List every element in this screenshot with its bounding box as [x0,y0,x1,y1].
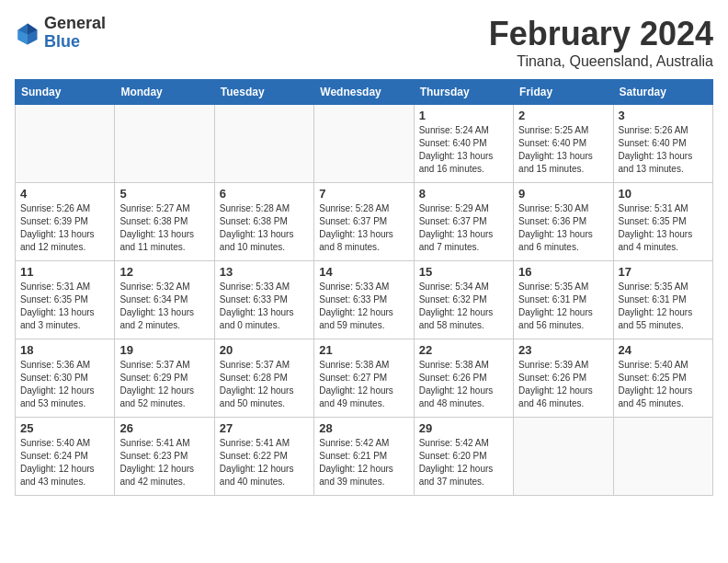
logo-general-text: General [44,14,106,32]
calendar-cell: 28Sunrise: 5:42 AM Sunset: 6:21 PM Dayli… [314,418,414,496]
day-number: 19 [119,343,209,357]
calendar-cell [613,418,712,496]
page-location: Tinana, Queensland, Australia [489,53,713,70]
day-number: 16 [518,265,608,279]
day-number: 25 [20,421,109,435]
calendar-cell [16,105,115,183]
day-info: Sunrise: 5:25 AM Sunset: 6:40 PM Dayligh… [518,124,608,176]
day-number: 18 [20,343,109,357]
day-info: Sunrise: 5:38 AM Sunset: 6:27 PM Dayligh… [319,359,408,410]
day-number: 3 [619,109,708,122]
day-info: Sunrise: 5:41 AM Sunset: 6:23 PM Dayligh… [119,437,209,488]
calendar-cell: 27Sunrise: 5:41 AM Sunset: 6:22 PM Dayli… [214,418,313,496]
day-number: 7 [319,187,408,201]
day-info: Sunrise: 5:26 AM Sunset: 6:39 PM Dayligh… [20,202,109,254]
page-header: General Blue February 2024 Tinana, Queen… [15,15,713,70]
weekday-header-thursday: Thursday [414,80,513,105]
day-number: 17 [619,265,708,279]
day-info: Sunrise: 5:34 AM Sunset: 6:32 PM Dayligh… [419,281,508,332]
day-number: 21 [319,343,408,357]
day-number: 20 [220,343,309,357]
calendar-cell: 9Sunrise: 5:30 AM Sunset: 6:36 PM Daylig… [514,183,613,261]
day-number: 2 [518,109,608,122]
day-number: 6 [220,187,309,201]
calendar-cell: 10Sunrise: 5:31 AM Sunset: 6:35 PM Dayli… [613,183,712,261]
logo-text: General Blue [44,15,106,52]
day-info: Sunrise: 5:28 AM Sunset: 6:37 PM Dayligh… [319,202,408,254]
calendar-cell [214,105,313,183]
calendar-cell [115,105,214,183]
calendar-cell: 21Sunrise: 5:38 AM Sunset: 6:27 PM Dayli… [314,339,414,418]
calendar-cell: 2Sunrise: 5:25 AM Sunset: 6:40 PM Daylig… [514,105,613,183]
day-number: 9 [518,187,608,201]
day-number: 14 [319,265,408,279]
calendar-cell: 20Sunrise: 5:37 AM Sunset: 6:28 PM Dayli… [214,339,313,418]
day-info: Sunrise: 5:31 AM Sunset: 6:35 PM Dayligh… [20,281,109,332]
logo: General Blue [15,15,106,52]
calendar-cell: 26Sunrise: 5:41 AM Sunset: 6:23 PM Dayli… [115,418,214,496]
logo-blue-text: Blue [44,32,80,51]
day-info: Sunrise: 5:26 AM Sunset: 6:40 PM Dayligh… [619,124,708,176]
day-info: Sunrise: 5:40 AM Sunset: 6:25 PM Dayligh… [619,359,708,410]
day-number: 24 [619,343,708,357]
day-info: Sunrise: 5:33 AM Sunset: 6:33 PM Dayligh… [319,281,408,332]
calendar-cell: 17Sunrise: 5:35 AM Sunset: 6:31 PM Dayli… [613,261,712,339]
day-number: 5 [119,187,209,201]
calendar-week-2: 4Sunrise: 5:26 AM Sunset: 6:39 PM Daylig… [16,183,713,261]
day-info: Sunrise: 5:28 AM Sunset: 6:38 PM Dayligh… [220,202,309,254]
calendar-cell [314,105,414,183]
day-info: Sunrise: 5:42 AM Sunset: 6:20 PM Dayligh… [419,437,508,488]
day-number: 13 [220,265,309,279]
day-info: Sunrise: 5:40 AM Sunset: 6:24 PM Dayligh… [20,437,109,488]
calendar-cell: 15Sunrise: 5:34 AM Sunset: 6:32 PM Dayli… [414,261,513,339]
weekday-header-wednesday: Wednesday [314,80,414,105]
calendar-cell: 25Sunrise: 5:40 AM Sunset: 6:24 PM Dayli… [16,418,115,496]
calendar-cell: 3Sunrise: 5:26 AM Sunset: 6:40 PM Daylig… [613,105,712,183]
calendar-cell: 29Sunrise: 5:42 AM Sunset: 6:20 PM Dayli… [414,418,513,496]
day-info: Sunrise: 5:41 AM Sunset: 6:22 PM Dayligh… [220,437,309,488]
day-info: Sunrise: 5:42 AM Sunset: 6:21 PM Dayligh… [319,437,408,488]
day-number: 10 [619,187,708,201]
calendar-cell: 6Sunrise: 5:28 AM Sunset: 6:38 PM Daylig… [214,183,313,261]
day-number: 4 [20,187,109,201]
day-info: Sunrise: 5:29 AM Sunset: 6:37 PM Dayligh… [419,202,508,254]
page-title: February 2024 [489,15,713,53]
calendar-week-1: 1Sunrise: 5:24 AM Sunset: 6:40 PM Daylig… [16,105,713,183]
weekday-header-tuesday: Tuesday [214,80,313,105]
calendar-cell: 4Sunrise: 5:26 AM Sunset: 6:39 PM Daylig… [16,183,115,261]
day-number: 1 [419,109,508,122]
calendar-cell: 12Sunrise: 5:32 AM Sunset: 6:34 PM Dayli… [115,261,214,339]
calendar-cell: 24Sunrise: 5:40 AM Sunset: 6:25 PM Dayli… [613,339,712,418]
calendar-cell: 8Sunrise: 5:29 AM Sunset: 6:37 PM Daylig… [414,183,513,261]
calendar-cell: 16Sunrise: 5:35 AM Sunset: 6:31 PM Dayli… [514,261,613,339]
calendar-cell: 22Sunrise: 5:38 AM Sunset: 6:26 PM Dayli… [414,339,513,418]
day-number: 22 [419,343,508,357]
day-number: 29 [419,421,508,435]
day-number: 26 [119,421,209,435]
calendar-cell: 13Sunrise: 5:33 AM Sunset: 6:33 PM Dayli… [214,261,313,339]
day-number: 15 [419,265,508,279]
day-number: 12 [119,265,209,279]
calendar-cell: 5Sunrise: 5:27 AM Sunset: 6:38 PM Daylig… [115,183,214,261]
calendar-cell: 7Sunrise: 5:28 AM Sunset: 6:37 PM Daylig… [314,183,414,261]
day-info: Sunrise: 5:32 AM Sunset: 6:34 PM Dayligh… [119,281,209,332]
day-info: Sunrise: 5:36 AM Sunset: 6:30 PM Dayligh… [20,359,109,410]
day-info: Sunrise: 5:24 AM Sunset: 6:40 PM Dayligh… [419,124,508,176]
calendar-cell: 23Sunrise: 5:39 AM Sunset: 6:26 PM Dayli… [514,339,613,418]
calendar-week-3: 11Sunrise: 5:31 AM Sunset: 6:35 PM Dayli… [16,261,713,339]
calendar-cell: 1Sunrise: 5:24 AM Sunset: 6:40 PM Daylig… [414,105,513,183]
day-info: Sunrise: 5:39 AM Sunset: 6:26 PM Dayligh… [518,359,608,410]
day-info: Sunrise: 5:31 AM Sunset: 6:35 PM Dayligh… [619,202,708,254]
weekday-header-monday: Monday [115,80,214,105]
day-number: 27 [220,421,309,435]
logo-icon [15,20,40,46]
calendar-cell: 19Sunrise: 5:37 AM Sunset: 6:29 PM Dayli… [115,339,214,418]
day-info: Sunrise: 5:27 AM Sunset: 6:38 PM Dayligh… [119,202,209,254]
day-info: Sunrise: 5:35 AM Sunset: 6:31 PM Dayligh… [619,281,708,332]
calendar-cell [514,418,613,496]
day-info: Sunrise: 5:30 AM Sunset: 6:36 PM Dayligh… [518,202,608,254]
calendar-cell: 18Sunrise: 5:36 AM Sunset: 6:30 PM Dayli… [16,339,115,418]
weekday-header-sunday: Sunday [16,80,115,105]
calendar-table: SundayMondayTuesdayWednesdayThursdayFrid… [15,79,713,496]
calendar-cell: 11Sunrise: 5:31 AM Sunset: 6:35 PM Dayli… [16,261,115,339]
